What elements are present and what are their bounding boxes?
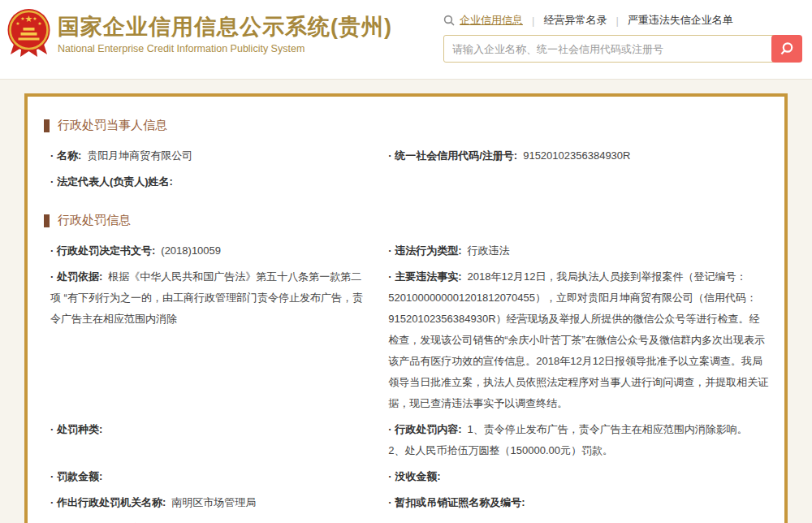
search-input[interactable] [443, 35, 774, 63]
header-right: 企业信用信息 经营异常名录 严重违法失信企业名单 [443, 8, 802, 79]
site-header: ★ ★ ★ ★ ★ 国家企业信用信息公示系统(贵州) National Ente… [0, 0, 812, 79]
section-title: 行政处罚当事人信息 [58, 118, 167, 133]
field-label: 罚款金额: [50, 470, 102, 482]
field-label: 违法行为类型: [388, 244, 461, 257]
site-subtitle: National Enterprise Credit Information P… [58, 43, 392, 54]
field-confiscation-amount: 没收金额: [388, 466, 770, 487]
field-label: 行政处罚内容: [388, 423, 461, 435]
field-penalty-validity-date: 处罚有效期:2022年01月24日 [388, 518, 770, 523]
field-penalty-category: 处罚种类: [50, 419, 370, 461]
field-credit-code: 统一社会信用代码/注册号:91520102356384930R [388, 145, 770, 166]
svg-text:★: ★ [32, 16, 37, 21]
field-penalty-authority: 作出行政处罚机关名称:南明区市场管理局 [50, 492, 370, 513]
field-name: 名称:贵阳月坤商贸有限公司 [50, 145, 370, 166]
info-row: 作出行政处罚机关名称:南明区市场管理局 暂扣或吊销证照名称及编号: [39, 490, 773, 516]
field-value: 贵阳月坤商贸有限公司 [87, 149, 192, 162]
info-row: 法定代表人(负责人)姓名: [39, 169, 773, 195]
field-decision-number: 行政处罚决定书文号:(2018)10059 [50, 240, 370, 262]
svg-text:★: ★ [37, 21, 41, 26]
info-row: 作出行政处罚决定日期:2018年01月24日 处罚有效期:2022年01月24日 [39, 516, 773, 523]
field-label: 名称: [50, 149, 81, 162]
section-header-party-info: 行政处罚当事人信息 [44, 118, 773, 133]
info-row: 处罚依据:根据《中华人民共和国广告法》第五十八条第一款第二项 “有下列行为之一的… [39, 264, 773, 417]
field-label: 处罚种类: [50, 423, 102, 435]
field-label: 法定代表人(负责人)姓名: [50, 175, 173, 188]
info-row: 罚款金额: 没收金额: [39, 464, 773, 490]
nav-link-serious-violations[interactable]: 严重违法失信企业名单 [628, 13, 733, 28]
field-penalty-basis: 处罚依据:根据《中华人民共和国广告法》第五十八条第一款第二项 “有下列行为之一的… [50, 266, 370, 414]
field-label: 暂扣或吊销证照名称及编号: [388, 496, 525, 508]
svg-text:★: ★ [25, 14, 33, 24]
info-row: 处罚种类: 行政处罚内容:1、责令停止发布广告，责令广告主在相应范围内消除影响。… [39, 417, 773, 464]
field-license-revocation: 暂扣或吊销证照名称及编号: [388, 492, 770, 513]
national-emblem-logo: ★ ★ ★ ★ ★ [6, 8, 51, 58]
field-label: 作出行政处罚机关名称: [50, 496, 166, 508]
search-icon [443, 15, 455, 26]
info-row: 行政处罚决定书文号:(2018)10059 违法行为类型:行政违法 [39, 238, 773, 264]
field-value: 行政违法 [468, 244, 510, 257]
field-value: 南明区市场管理局 [171, 496, 256, 508]
field-value: 91520102356384930R [523, 149, 630, 162]
search-button[interactable] [771, 35, 802, 63]
field-label: 统一社会信用代码/注册号: [388, 149, 517, 162]
field-label: 行政处罚决定书文号: [50, 244, 155, 257]
section-title: 行政处罚信息 [58, 213, 131, 228]
nav-separator [615, 15, 618, 27]
section-header-penalty-info: 行政处罚信息 [44, 213, 773, 228]
field-main-violation-facts: 主要违法事实:2018年12月12日，我局执法人员接到举报案件（登记编号：520… [388, 266, 770, 414]
field-label: 没收金额: [388, 470, 440, 482]
field-value: (2018)10059 [161, 244, 221, 257]
section-marker [44, 214, 50, 227]
search-bar [443, 35, 802, 63]
nav-link-abnormal-operations[interactable]: 经营异常名录 [543, 13, 607, 28]
page-body: 行政处罚当事人信息 名称:贵阳月坤商贸有限公司 统一社会信用代码/注册号:915… [0, 79, 812, 523]
field-fine-amount: 罚款金额: [50, 466, 370, 487]
field-label: 主要违法事实: [388, 270, 461, 283]
nav-link-enterprise-credit[interactable]: 企业信用信息 [460, 13, 523, 28]
info-row: 名称:贵阳月坤商贸有限公司 统一社会信用代码/注册号:9152010235638… [39, 143, 773, 169]
top-nav: 企业信用信息 经营异常名录 严重违法失信企业名单 [443, 13, 802, 28]
field-penalty-content: 行政处罚内容:1、责令停止发布广告，责令广告主在相应范围内消除影响。 2、处人民… [388, 419, 770, 461]
field-empty [388, 171, 770, 192]
field-legal-representative: 法定代表人(负责人)姓名: [50, 171, 370, 192]
penalty-detail-panel: 行政处罚当事人信息 名称:贵阳月坤商贸有限公司 统一社会信用代码/注册号:915… [24, 93, 788, 523]
svg-text:★: ★ [15, 21, 19, 26]
nav-separator [532, 15, 534, 27]
svg-text:★: ★ [20, 16, 24, 21]
field-label: 处罚依据: [50, 270, 102, 283]
brand-text: 国家企业信用信息公示系统(贵州) National Enterprise Cre… [58, 8, 392, 54]
field-value: 2018年12月12日，我局执法人员接到举报案件（登记编号：5201000000… [388, 270, 768, 409]
field-violation-type: 违法行为类型:行政违法 [388, 240, 770, 262]
field-decision-date: 作出行政处罚决定日期:2018年01月24日 [50, 518, 370, 523]
search-icon [779, 41, 795, 57]
section-marker [44, 119, 50, 132]
site-title: 国家企业信用信息公示系统(贵州) [58, 13, 392, 41]
brand: ★ ★ ★ ★ ★ 国家企业信用信息公示系统(贵州) National Ente… [6, 8, 392, 79]
